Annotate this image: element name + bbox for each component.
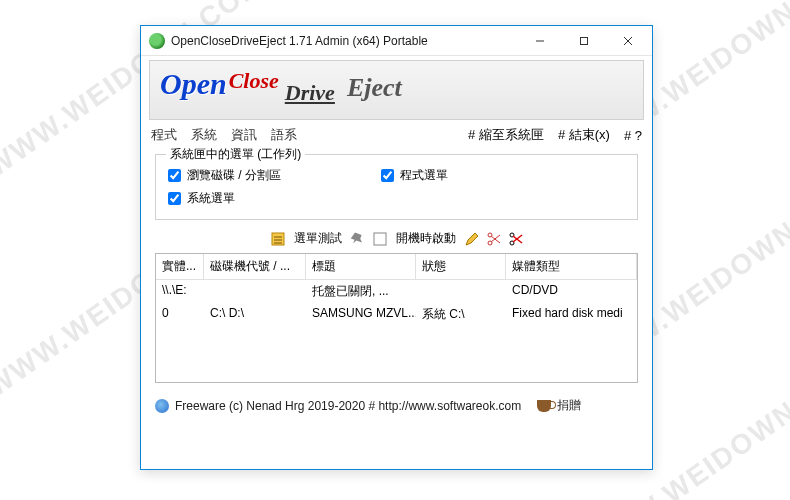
svg-line-11 <box>491 236 500 243</box>
cell-media: Fixed hard disk medi <box>506 303 637 326</box>
app-window: OpenCloseDriveEject 1.71 Admin (x64) Por… <box>140 25 653 470</box>
col-letter[interactable]: 磁碟機代號 / ... <box>204 254 306 279</box>
cell-letter <box>204 280 306 303</box>
globe-icon <box>155 399 169 413</box>
footer: Freeware (c) Nenad Hrg 2019-2020 # http:… <box>141 391 652 420</box>
cell-title: 托盤已關閉, ... <box>306 280 416 303</box>
list-row[interactable]: 0 C:\ D:\ SAMSUNG MZVL... 系統 C:\ Fixed h… <box>156 303 637 326</box>
edit-icon[interactable] <box>464 231 480 247</box>
col-title[interactable]: 標題 <box>306 254 416 279</box>
toolbar: 選單測試 開機時啟動 <box>141 224 652 251</box>
autostart-label[interactable]: 開機時啟動 <box>396 230 456 247</box>
menu-program[interactable]: 程式 <box>151 126 177 144</box>
scissors-red-icon[interactable] <box>508 231 524 247</box>
col-physical[interactable]: 實體... <box>156 254 204 279</box>
col-media[interactable]: 媒體類型 <box>506 254 637 279</box>
logo-drive: Drive <box>285 80 335 106</box>
close-button[interactable] <box>606 27 650 55</box>
menu-language[interactable]: 語系 <box>271 126 297 144</box>
disc-graphic <box>483 60 573 120</box>
check-program-menu-box[interactable] <box>381 169 394 182</box>
menu-help[interactable]: # ? <box>624 128 642 143</box>
svg-line-15 <box>513 236 522 243</box>
col-status[interactable]: 狀態 <box>416 254 506 279</box>
svg-line-12 <box>491 235 500 242</box>
logo-eject: Eject <box>347 73 402 103</box>
svg-rect-1 <box>581 37 588 44</box>
window-title: OpenCloseDriveEject 1.71 Admin (x64) Por… <box>171 34 518 48</box>
cell-title: SAMSUNG MZVL... <box>306 303 416 326</box>
check-browse-drives-box[interactable] <box>168 169 181 182</box>
footer-text[interactable]: Freeware (c) Nenad Hrg 2019-2020 # http:… <box>175 399 521 413</box>
check-browse-drives-label: 瀏覽磁碟 / 分割區 <box>187 167 281 184</box>
check-system-menu-box[interactable] <box>168 192 181 205</box>
maximize-button[interactable] <box>562 27 606 55</box>
menu-info[interactable]: 資訊 <box>231 126 257 144</box>
logo-close: Close <box>229 68 279 94</box>
list-row[interactable]: \\.\E: 托盤已關閉, ... CD/DVD <box>156 280 637 303</box>
svg-line-16 <box>513 235 522 242</box>
group-legend: 系統匣中的選單 (工作列) <box>166 146 305 163</box>
listview-header[interactable]: 實體... 磁碟機代號 / ... 標題 狀態 媒體類型 <box>156 254 637 280</box>
scissors-icon[interactable] <box>486 231 502 247</box>
tray-menu-group: 系統匣中的選單 (工作列) 瀏覽磁碟 / 分割區 系統選單 程式選單 <box>155 154 638 220</box>
check-system-menu-label: 系統選單 <box>187 190 235 207</box>
minimize-button[interactable] <box>518 27 562 55</box>
cell-letter: C:\ D:\ <box>204 303 306 326</box>
menubar: 程式 系統 資訊 語系 # 縮至系統匣 # 結束(x) # ? <box>141 122 652 148</box>
autostart-checkbox[interactable] <box>372 231 388 247</box>
svg-rect-8 <box>374 233 386 245</box>
drive-listview[interactable]: 實體... 磁碟機代號 / ... 標題 狀態 媒體類型 \\.\E: 托盤已關… <box>155 253 638 383</box>
cell-status: 系統 C:\ <box>416 303 506 326</box>
cell-status <box>416 280 506 303</box>
menu-system[interactable]: 系統 <box>191 126 217 144</box>
check-program-menu-label: 程式選單 <box>400 167 448 184</box>
menu-test-label[interactable]: 選單測試 <box>294 230 342 247</box>
menu-to-tray[interactable]: # 縮至系統匣 <box>468 126 544 144</box>
cell-media: CD/DVD <box>506 280 637 303</box>
cell-phys: \\.\E: <box>156 280 204 303</box>
check-browse-drives[interactable]: 瀏覽磁碟 / 分割區 <box>168 167 281 184</box>
menu-exit[interactable]: # 結束(x) <box>558 126 610 144</box>
donate-link[interactable]: 捐贈 <box>557 397 581 414</box>
cell-phys: 0 <box>156 303 204 326</box>
app-icon <box>149 33 165 49</box>
coffee-icon[interactable] <box>537 400 551 412</box>
pin-icon[interactable] <box>350 231 366 247</box>
logo-banner: Open Close Drive Eject <box>149 60 644 120</box>
check-system-menu[interactable]: 系統選單 <box>168 190 281 207</box>
check-program-menu[interactable]: 程式選單 <box>381 167 448 184</box>
logo-open: Open <box>160 67 227 101</box>
menu-test-icon[interactable] <box>270 231 286 247</box>
titlebar[interactable]: OpenCloseDriveEject 1.71 Admin (x64) Por… <box>141 26 652 56</box>
